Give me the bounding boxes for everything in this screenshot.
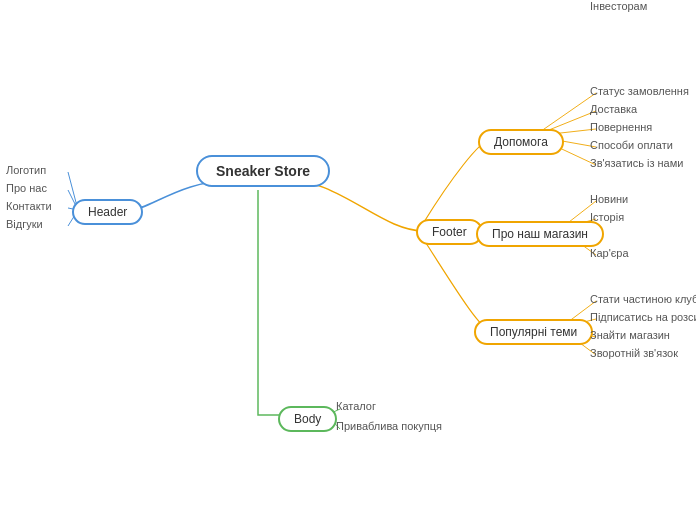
leaf-join-club: Стати частиною клубу — [590, 293, 696, 305]
leaf-contacts: Контакти — [6, 200, 52, 212]
leaf-catalog: Каталог — [336, 400, 376, 412]
leaf-contact: Зв'язатись із нами — [590, 157, 683, 169]
leaf-about: Про нас — [6, 182, 47, 194]
section-about-store: Про наш магазин — [476, 221, 604, 247]
leaf-delivery: Доставка — [590, 103, 637, 115]
leaf-investors: Інвесторам — [590, 0, 647, 12]
section-popular: Популярні теми — [474, 319, 593, 345]
body-node: Body — [278, 406, 337, 432]
leaf-purchase: Приваблива покупця — [336, 420, 442, 432]
header-node: Header — [72, 199, 143, 225]
leaf-payment: Способи оплати — [590, 139, 673, 151]
leaf-subscribe: Підписатись на розсилку — [590, 311, 696, 323]
leaf-history: Історія — [590, 211, 624, 223]
footer-node: Footer — [416, 219, 483, 245]
leaf-news: Новини — [590, 193, 628, 205]
leaf-reviews: Відгуки — [6, 218, 43, 230]
main-node: Sneaker Store — [196, 155, 330, 187]
leaf-feedback: Зворотній зв'язок — [590, 347, 678, 359]
section-help: Допомога — [478, 129, 564, 155]
leaf-find-store: Знайти магазин — [590, 329, 670, 341]
leaf-logo: Логотип — [6, 164, 46, 176]
leaf-order-status: Статус замовлення — [590, 85, 689, 97]
leaf-returns: Повернення — [590, 121, 652, 133]
leaf-career: Кар'єра — [590, 247, 629, 259]
